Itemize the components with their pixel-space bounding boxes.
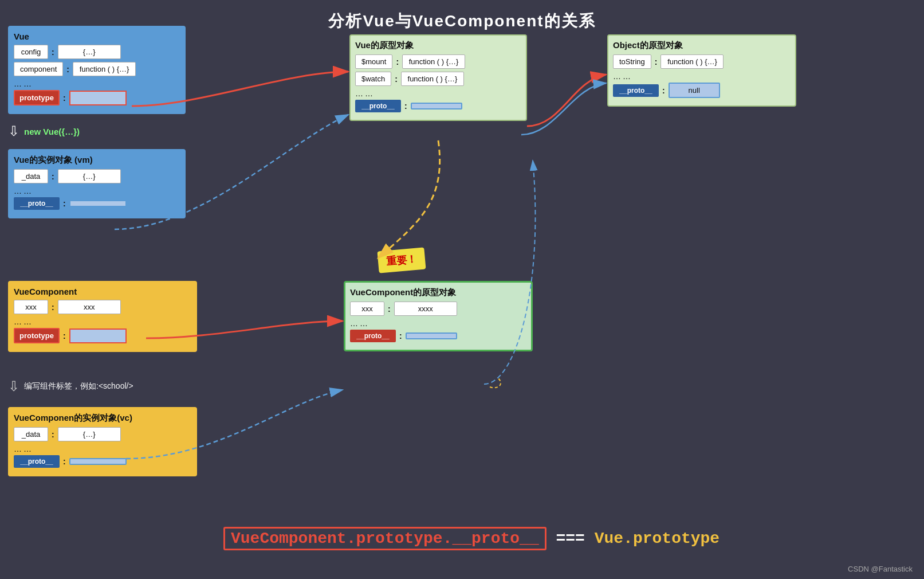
vc-prototype-val	[69, 328, 127, 343]
vue-config-key: config	[14, 45, 48, 59]
object-proto-box: Object的原型对象 toString : function ( ) {…} …	[607, 34, 796, 107]
obj-proto-key: __proto__	[613, 84, 659, 97]
vue-component-val: function ( ) {…}	[73, 62, 136, 76]
vue-instance-box: Vue的实例对象 (vm) _data : {…} …… __proto__ :	[8, 149, 186, 218]
csdn-credit: CSDN @Fantastick	[848, 565, 913, 573]
vc-instance-box: VueComponen的实例对象(vc) _data : {…} …… __pr…	[8, 407, 197, 476]
obj-proto-row: __proto__ : null	[613, 83, 791, 98]
vc-inst-data-val: {…}	[58, 427, 121, 441]
vc-instance-title: VueComponen的实例对象(vc)	[14, 413, 191, 424]
write-component-label: ⇩ 编写组件标签，例如:<school/>	[8, 378, 133, 394]
vcproto-proto-key: __proto__	[350, 330, 396, 342]
tostring-val: function ( ) {…}	[660, 54, 724, 69]
object-proto-title: Object的原型对象	[613, 40, 791, 51]
vue-config-row: config : {…}	[14, 45, 180, 59]
vc-xxx-val: xxx	[58, 300, 121, 314]
vc-inst-proto-key: __proto__	[14, 455, 60, 468]
vue-prototype-key: prototype	[14, 90, 60, 105]
vp-proto-val	[411, 103, 462, 109]
vue-proto-title: Vue的原型对象	[355, 40, 521, 51]
vc-inst-dots: ……	[14, 444, 191, 453]
vuecomponent-proto-box: VueComponent的原型对象 xxx : xxxx …… __proto_…	[344, 281, 533, 351]
vm-proto-val	[69, 200, 127, 207]
new-vue-label: ⇩ new Vue({…})	[8, 123, 80, 139]
new-vue-text: new Vue({…})	[24, 127, 80, 136]
vm-data-key: _data	[14, 169, 48, 183]
vcproto-xxx-key: xxx	[350, 302, 384, 316]
vue-config-val: {…}	[58, 45, 121, 59]
vc-inst-proto-row: __proto__ :	[14, 455, 191, 468]
vp-proto-row: __proto__ :	[355, 100, 521, 112]
vm-dots: ……	[14, 186, 180, 195]
mount-row: $mount : function ( ) {…}	[355, 54, 521, 69]
vcproto-title: VueComponent的原型对象	[350, 287, 526, 298]
vue-box-title: Vue	[14, 32, 180, 41]
vm-data-row: _data : {…}	[14, 169, 180, 183]
watch-key: $watch	[355, 72, 391, 86]
vp-proto-key: __proto__	[355, 100, 401, 112]
eq-part2: Vue.prototype	[595, 530, 719, 547]
equation: VueComponent.prototype.__proto__ === Vue…	[223, 529, 719, 547]
vcproto-proto-val	[406, 332, 457, 339]
vcproto-xxx-val: xxxx	[394, 302, 457, 316]
tostring-key: toString	[613, 54, 651, 69]
vue-dots: ……	[14, 79, 180, 88]
vc-prototype-key: prototype	[14, 328, 60, 343]
obj-dots: ……	[613, 72, 791, 81]
important-text: 重要！	[386, 253, 418, 268]
watch-val: function ( ) {…}	[401, 72, 464, 86]
vue-component-row: component : function ( ) {…}	[14, 62, 180, 76]
vue-prototype-val	[69, 91, 127, 105]
vm-proto-row: __proto__ :	[14, 197, 180, 210]
vcproto-proto-row: __proto__ :	[350, 330, 526, 342]
mount-val: function ( ) {…}	[402, 54, 465, 69]
vue-component-key: component	[14, 62, 63, 76]
write-component-text: 编写组件标签，例如:<school/>	[24, 381, 133, 392]
obj-proto-val: null	[669, 83, 720, 98]
vue-proto-box: Vue的原型对象 $mount : function ( ) {…} $watc…	[349, 34, 527, 121]
vm-proto-key: __proto__	[14, 197, 60, 210]
vuecomponent-title: VueComponent	[14, 287, 191, 296]
vp-dots: ……	[355, 89, 521, 98]
eq-op: ===	[546, 530, 595, 547]
watch-row: $watch : function ( ) {…}	[355, 72, 521, 86]
vc-xxx-key: xxx	[14, 300, 48, 314]
vue-box: Vue config : {…} component : function ( …	[8, 26, 186, 114]
vcproto-xxx-row: xxx : xxxx	[350, 302, 526, 316]
tostring-row: toString : function ( ) {…}	[613, 54, 791, 69]
eq-part1: VueComponent.prototype.__proto__	[223, 527, 546, 550]
vcproto-dots: ……	[350, 319, 526, 328]
vue-prototype-row: prototype :	[14, 90, 180, 105]
mount-key: $mount	[355, 54, 392, 69]
vc-inst-proto-val	[69, 458, 127, 465]
vc-dots: ……	[14, 317, 191, 326]
vc-inst-data-key: _data	[14, 427, 48, 441]
vc-inst-data-row: _data : {…}	[14, 427, 191, 441]
vue-instance-title: Vue的实例对象 (vm)	[14, 155, 180, 166]
vc-xxx-row: xxx : xxx	[14, 300, 191, 314]
important-badge: 重要！	[378, 247, 426, 273]
vm-data-val: {…}	[58, 169, 121, 183]
vuecomponent-box: VueComponent xxx : xxx …… prototype :	[8, 281, 197, 352]
vc-prototype-row: prototype :	[14, 328, 191, 343]
